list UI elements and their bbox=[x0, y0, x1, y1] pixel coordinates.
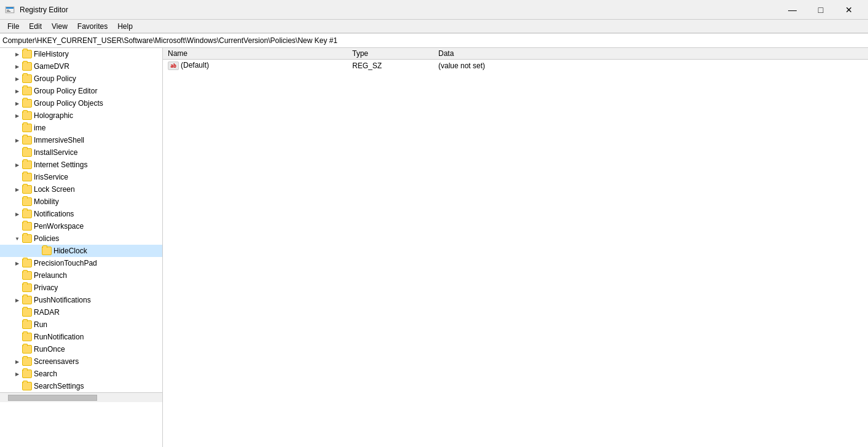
folder-icon-screensavers bbox=[22, 357, 32, 366]
folder-icon-immersiveshell bbox=[22, 136, 32, 144]
tree-item-grouppolicyeditor[interactable]: Group Policy Editor bbox=[0, 85, 162, 97]
reg-ab-icon: ab bbox=[168, 61, 179, 70]
tree-item-searchsettings[interactable]: SearchSettings bbox=[0, 380, 162, 392]
label-mobility: Mobility bbox=[34, 197, 59, 206]
label-searchsettings: SearchSettings bbox=[34, 382, 84, 390]
label-ime: ime bbox=[34, 124, 45, 132]
menu-favorites[interactable]: Favorites bbox=[73, 21, 112, 32]
label-run: Run bbox=[34, 320, 47, 329]
cell-name: ab(Default) bbox=[163, 60, 347, 72]
label-irisservice: IrisService bbox=[34, 173, 68, 181]
tree-panel[interactable]: FileHistory GameDVR Group Policy Group P… bbox=[0, 48, 163, 447]
tree-item-runnotification[interactable]: RunNotification bbox=[0, 331, 162, 343]
tree-item-installservice[interactable]: InstallService bbox=[0, 146, 162, 159]
address-path: Computer\HKEY_CURRENT_USER\Software\Micr… bbox=[2, 36, 337, 45]
main-container: FileHistory GameDVR Group Policy Group P… bbox=[0, 48, 868, 447]
tree-item-grouppolicy[interactable]: Group Policy bbox=[0, 73, 162, 85]
label-grouppolicy: Group Policy bbox=[34, 74, 76, 83]
tree-item-notifications[interactable]: Notifications bbox=[0, 208, 162, 220]
tree-item-ime[interactable]: ime bbox=[0, 122, 162, 134]
label-immersiveshell: ImmersiveShell bbox=[34, 136, 84, 144]
expand-policies[interactable] bbox=[12, 232, 22, 245]
expand-screensavers[interactable] bbox=[12, 355, 22, 368]
tree-item-grouppolicyobjects[interactable]: Group Policy Objects bbox=[0, 97, 162, 109]
label-holographic: Holographic bbox=[34, 111, 73, 120]
label-screensavers: Screensavers bbox=[34, 357, 79, 366]
expand-notifications[interactable] bbox=[12, 208, 22, 220]
expand-holographic[interactable] bbox=[12, 109, 22, 122]
folder-icon-lockscreen bbox=[22, 185, 32, 194]
label-internetsettings: Internet Settings bbox=[34, 160, 87, 169]
expand-search[interactable] bbox=[12, 368, 22, 380]
menu-file[interactable]: File bbox=[2, 21, 24, 32]
label-notifications: Notifications bbox=[34, 210, 74, 218]
menu-view[interactable]: View bbox=[47, 21, 73, 32]
address-bar: Computer\HKEY_CURRENT_USER\Software\Micr… bbox=[0, 33, 868, 48]
tree-item-penworkspace[interactable]: PenWorkspace bbox=[0, 220, 162, 232]
col-header-name[interactable]: Name bbox=[163, 48, 347, 60]
window-controls: — □ ✕ bbox=[778, 0, 863, 20]
tree-item-policies[interactable]: Policies bbox=[0, 232, 162, 245]
label-filehistory: FileHistory bbox=[34, 50, 69, 58]
table-row[interactable]: ab(Default) REG_SZ (value not set) bbox=[163, 60, 868, 72]
title-bar: Registry Editor — □ ✕ bbox=[0, 0, 868, 20]
folder-icon-grouppolicyobjects bbox=[22, 99, 32, 108]
cell-type: REG_SZ bbox=[347, 60, 433, 72]
maximize-button[interactable]: □ bbox=[807, 0, 835, 20]
tree-item-pushnotifications[interactable]: PushNotifications bbox=[0, 294, 162, 306]
menu-help[interactable]: Help bbox=[112, 21, 138, 32]
tree-item-internetsettings[interactable]: Internet Settings bbox=[0, 159, 162, 171]
folder-icon-ime bbox=[22, 124, 32, 132]
tree-item-search[interactable]: Search bbox=[0, 368, 162, 380]
label-lockscreen: Lock Screen bbox=[34, 185, 75, 194]
tree-item-runonce[interactable]: RunOnce bbox=[0, 343, 162, 355]
expand-precisiontouchpad[interactable] bbox=[12, 257, 22, 269]
expand-grouppolicyeditor[interactable] bbox=[12, 85, 22, 97]
folder-icon-search bbox=[22, 370, 32, 378]
reg-type: REG_SZ bbox=[352, 61, 382, 70]
svg-rect-3 bbox=[7, 10, 9, 10]
close-button[interactable]: ✕ bbox=[835, 0, 863, 20]
expand-filehistory[interactable] bbox=[12, 48, 22, 60]
table-header-row: Name Type Data bbox=[163, 48, 868, 60]
expand-immersiveshell[interactable] bbox=[12, 134, 22, 146]
cell-data: (value not set) bbox=[433, 60, 868, 72]
folder-icon-installservice bbox=[22, 148, 32, 157]
col-header-type[interactable]: Type bbox=[347, 48, 433, 60]
tree-item-filehistory[interactable]: FileHistory bbox=[0, 48, 162, 60]
label-penworkspace: PenWorkspace bbox=[34, 222, 84, 231]
menu-edit[interactable]: Edit bbox=[24, 21, 47, 32]
tree-item-mobility[interactable]: Mobility bbox=[0, 196, 162, 208]
tree-item-precisiontouchpad[interactable]: PrecisionTouchPad bbox=[0, 257, 162, 269]
expand-grouppolicy[interactable] bbox=[12, 73, 22, 85]
app-icon bbox=[5, 5, 15, 15]
tree-item-lockscreen[interactable]: Lock Screen bbox=[0, 183, 162, 196]
menu-bar: File Edit View Favorites Help bbox=[0, 20, 868, 33]
tree-item-run[interactable]: Run bbox=[0, 318, 162, 331]
tree-item-hideclock[interactable]: HideClock bbox=[0, 245, 162, 257]
tree-item-irisservice[interactable]: IrisService bbox=[0, 171, 162, 183]
expand-grouppolicyobjects[interactable] bbox=[12, 97, 22, 109]
tree-item-gamedvr[interactable]: GameDVR bbox=[0, 60, 162, 73]
label-pushnotifications: PushNotifications bbox=[34, 296, 91, 304]
folder-icon-radar bbox=[22, 308, 32, 317]
folder-icon-grouppolicyeditor bbox=[22, 87, 32, 95]
expand-lockscreen[interactable] bbox=[12, 183, 22, 196]
scrollbar-thumb-h[interactable] bbox=[8, 395, 97, 401]
expand-gamedvr[interactable] bbox=[12, 60, 22, 73]
tree-item-immersiveshell[interactable]: ImmersiveShell bbox=[0, 134, 162, 146]
label-prelaunch: Prelaunch bbox=[34, 271, 67, 280]
tree-item-screensavers[interactable]: Screensavers bbox=[0, 355, 162, 368]
horizontal-scrollbar[interactable] bbox=[0, 392, 162, 402]
expand-internetsettings[interactable] bbox=[12, 159, 22, 171]
col-header-data[interactable]: Data bbox=[433, 48, 868, 60]
tree-item-privacy[interactable]: Privacy bbox=[0, 282, 162, 294]
tree-item-prelaunch[interactable]: Prelaunch bbox=[0, 269, 162, 282]
svg-rect-4 bbox=[7, 11, 10, 12]
minimize-button[interactable]: — bbox=[778, 0, 807, 20]
tree-item-holographic[interactable]: Holographic bbox=[0, 109, 162, 122]
expand-pushnotifications[interactable] bbox=[12, 294, 22, 306]
folder-icon-filehistory bbox=[22, 50, 32, 58]
folder-icon-penworkspace bbox=[22, 222, 32, 231]
tree-item-radar[interactable]: RADAR bbox=[0, 306, 162, 318]
